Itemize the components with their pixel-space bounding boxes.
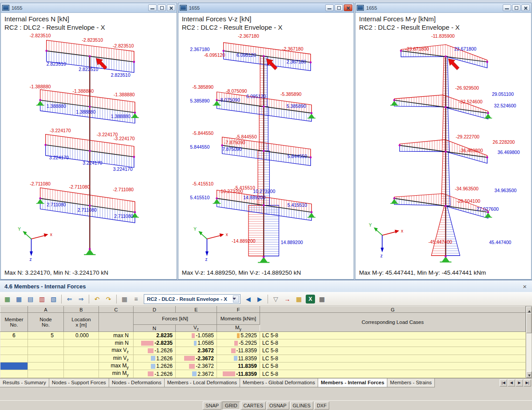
- notes-icon[interactable]: ≡: [130, 294, 142, 304]
- table-edit-icon[interactable]: ▦: [2, 294, 13, 304]
- toggle-osnap[interactable]: OSNAP: [267, 402, 289, 410]
- cell-node-no[interactable]: 5: [28, 332, 64, 339]
- tab-nav-button-2[interactable]: ▶: [516, 379, 523, 386]
- filter-icon[interactable]: ▽: [270, 294, 281, 304]
- tab-nodes-deformations[interactable]: Nodes - Deformations: [109, 378, 165, 387]
- cell-location[interactable]: [64, 355, 99, 362]
- table-row[interactable]: max Vz-1.26262.3672-11.8359LC 5-8: [0, 347, 526, 355]
- column-letter-G[interactable]: G: [260, 307, 526, 313]
- table-insert-icon[interactable]: ▦: [13, 294, 24, 304]
- table-delete-icon[interactable]: ▥: [36, 294, 47, 304]
- minimize-button[interactable]: [503, 4, 511, 11]
- redo-icon[interactable]: ↷: [103, 294, 114, 304]
- column-letter-B[interactable]: B: [64, 307, 99, 313]
- cell-value-n[interactable]: 1.2626: [134, 355, 176, 362]
- cell-value-n[interactable]: -1.2626: [134, 347, 176, 355]
- grid-view-icon[interactable]: ▦: [119, 294, 130, 304]
- scrollbar-thumb[interactable]: [526, 313, 532, 333]
- tab-members-strains[interactable]: Members - Strains: [387, 378, 435, 387]
- toggle-glines[interactable]: GLINES: [290, 402, 313, 410]
- column-letter-F[interactable]: F: [217, 307, 260, 313]
- chevron-down-icon[interactable]: [233, 296, 239, 303]
- cell-value-my[interactable]: -11.8359: [217, 347, 260, 355]
- close-button[interactable]: [167, 4, 175, 11]
- column-letter-empty[interactable]: [0, 307, 28, 313]
- goto-icon[interactable]: →: [282, 294, 293, 304]
- cell-member-no[interactable]: [0, 339, 28, 347]
- cell-value-my[interactable]: -5.2925: [217, 339, 260, 347]
- table-stats-icon[interactable]: ▧: [48, 294, 59, 304]
- cell-extreme-label[interactable]: min Vz: [99, 355, 134, 362]
- minimize-button[interactable]: [148, 4, 157, 11]
- cell-value-my[interactable]: 5.2925: [217, 332, 260, 339]
- cell-location[interactable]: [64, 339, 99, 347]
- color-scale-icon[interactable]: ▦: [293, 294, 304, 304]
- close-button[interactable]: [521, 4, 530, 11]
- cell-value-n[interactable]: -1.2626: [134, 370, 176, 378]
- prev-table-icon[interactable]: ⇐: [64, 294, 75, 304]
- restore-button[interactable]: [335, 4, 343, 11]
- cell-load-cases[interactable]: LC 5-8: [260, 339, 526, 347]
- cell-member-no[interactable]: [0, 363, 28, 370]
- minimize-button[interactable]: [325, 4, 334, 11]
- column-letter-C[interactable]: C: [99, 307, 134, 313]
- cell-load-cases[interactable]: LC 5-8: [260, 347, 526, 355]
- tab-results-summary[interactable]: Results - Summary: [0, 378, 49, 387]
- cell-load-cases[interactable]: LC 5-8: [260, 370, 526, 378]
- result-case-combobox[interactable]: RC2 - DLC2 - Result Envelope - X: [144, 294, 240, 304]
- cell-member-no[interactable]: 6: [0, 332, 28, 339]
- cell-value-vz[interactable]: 1.0585: [176, 339, 217, 347]
- table-row[interactable]: min Vz1.2626-2.367211.8359LC 5-8: [0, 355, 526, 362]
- toggle-grid[interactable]: GRID: [222, 402, 240, 410]
- restore-button[interactable]: [158, 4, 166, 11]
- cell-value-vz[interactable]: -1.0585: [176, 332, 217, 339]
- diagram-canvas[interactable]: -11.835900-23.67180023.671800-26.9295002…: [355, 32, 531, 268]
- table-view-icon[interactable]: ▤: [25, 294, 36, 304]
- tab-members-internal-forces[interactable]: Members - Internal Forces: [318, 378, 387, 387]
- cell-load-cases[interactable]: LC 5-8: [260, 355, 526, 362]
- window-titlebar[interactable]: 1655: [1, 3, 177, 13]
- tab-members-global-deformations[interactable]: Members - Global Deformations: [240, 378, 318, 387]
- toggle-dxf[interactable]: DXF: [314, 402, 329, 410]
- tab-nodes-support-forces[interactable]: Nodes - Support Forces: [49, 378, 109, 387]
- tab-members-local-deformations[interactable]: Members - Local Deformations: [164, 378, 240, 387]
- scroll-down-icon[interactable]: [526, 371, 532, 378]
- cell-extreme-label[interactable]: min N: [99, 339, 134, 347]
- cell-value-my[interactable]: -11.8359: [217, 370, 260, 378]
- cell-member-no[interactable]: [0, 347, 28, 355]
- cell-member-no[interactable]: [0, 355, 28, 362]
- panel-close-icon[interactable]: ×: [522, 283, 528, 290]
- close-button[interactable]: [344, 4, 352, 11]
- tab-nav-button-0[interactable]: |◀: [500, 379, 507, 386]
- toggle-snap[interactable]: SNAP: [203, 402, 221, 410]
- tab-nav-button-1[interactable]: ◀: [508, 379, 515, 386]
- cell-load-cases[interactable]: LC 5-8: [260, 363, 526, 370]
- window-titlebar[interactable]: 1655: [178, 3, 354, 13]
- diagram-canvas[interactable]: -2.823510-2.823510-2.8235102.8235102.823…: [1, 32, 177, 268]
- excel-export-icon[interactable]: X: [306, 295, 315, 304]
- scrollbar-track[interactable]: [526, 313, 532, 371]
- toggle-cartes[interactable]: CARTES: [241, 402, 266, 410]
- cell-value-my[interactable]: 11.8359: [217, 355, 260, 362]
- cell-value-n[interactable]: -2.8235: [134, 339, 176, 347]
- undo-icon[interactable]: ↶: [91, 294, 102, 304]
- cell-value-n[interactable]: 2.8235: [134, 332, 176, 339]
- cell-value-vz[interactable]: 2.3672: [176, 347, 217, 355]
- cell-location[interactable]: [64, 347, 99, 355]
- cell-extreme-label[interactable]: max My: [99, 363, 134, 370]
- next-table-icon[interactable]: ⇒: [75, 294, 87, 304]
- table-row[interactable]: 650.000max N2.8235-1.05855.2925LC 5-8: [0, 332, 526, 339]
- cell-location[interactable]: 0.000: [64, 332, 99, 339]
- cell-node-no[interactable]: [28, 363, 64, 370]
- cell-node-no[interactable]: [28, 370, 64, 378]
- calculator-icon[interactable]: ▦: [316, 294, 327, 304]
- cell-member-no[interactable]: [0, 370, 28, 378]
- cell-value-my[interactable]: 11.8359: [217, 363, 260, 370]
- diagram-canvas[interactable]: -2.3671802.367180-2.367180-6.0951206.095…: [178, 32, 354, 268]
- column-letter-A[interactable]: A: [28, 307, 64, 313]
- cell-node-no[interactable]: [28, 355, 64, 362]
- cell-extreme-label[interactable]: max Vz: [99, 347, 134, 355]
- restore-button[interactable]: [512, 4, 520, 11]
- table-row[interactable]: min N-2.82351.0585-5.2925LC 5-8: [0, 339, 526, 347]
- cell-value-n[interactable]: 1.2626: [134, 363, 176, 370]
